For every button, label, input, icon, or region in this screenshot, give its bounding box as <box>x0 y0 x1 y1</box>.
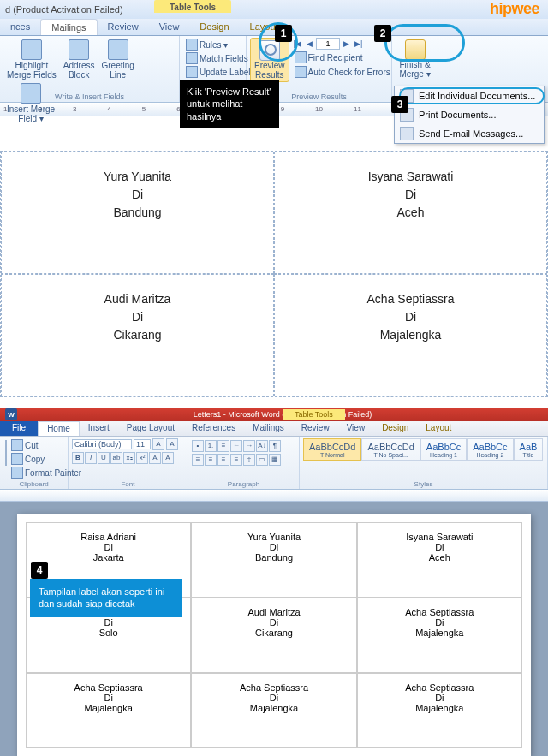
finish-merge-button[interactable]: Finish & Merge ▾ <box>396 38 433 80</box>
tab-nces[interactable]: nces <box>0 19 40 35</box>
grow-font-button[interactable]: A <box>152 438 164 450</box>
underline-button[interactable]: U <box>98 452 110 464</box>
superscript-button[interactable]: x² <box>136 452 148 464</box>
review-tab[interactable]: Review <box>293 421 338 436</box>
pagelayout-tab[interactable]: Page Layout <box>118 421 183 436</box>
style-tile[interactable]: AaBTitle <box>514 438 544 461</box>
autocheck-icon <box>295 66 307 78</box>
auto-check-errors-button[interactable]: Auto Check for Errors <box>292 65 393 79</box>
mailings-tab[interactable]: Mailings <box>244 421 293 436</box>
font-select[interactable]: Calibri (Body) <box>72 439 132 449</box>
document-background: Raisa AdrianiDiJakartaYura YuanitaDiBand… <box>0 502 548 756</box>
view-tab[interactable]: View <box>338 421 374 436</box>
table-tools-tag-bottom: Table Tools <box>283 409 345 420</box>
style-label: T Normal <box>309 452 355 458</box>
outdent-button[interactable]: ← <box>230 440 242 452</box>
indent-button[interactable]: → <box>243 440 255 452</box>
send-email-messages-item[interactable]: Send E-mail Messages... <box>395 124 544 143</box>
bold-button[interactable]: B <box>72 452 84 464</box>
label-at: Di <box>195 693 352 703</box>
rules-icon <box>186 39 198 51</box>
tab-review[interactable]: Review <box>98 19 149 35</box>
insert-merge-field-button[interactable]: Insert Merge Field ▾ <box>3 81 58 125</box>
style-tile[interactable]: AaBbCcHeading 2 <box>467 438 513 461</box>
label-at: Di <box>30 542 187 552</box>
label-name: Acha Septiassra <box>361 682 518 693</box>
home-tab[interactable]: Home <box>38 421 80 436</box>
subscript-button[interactable]: x₂ <box>123 452 135 464</box>
print-documents-item[interactable]: Print Documents... <box>395 105 544 124</box>
label-cell: Acha SeptiassraDiMajalengka <box>357 673 522 748</box>
align-center-button[interactable]: ≡ <box>205 454 217 466</box>
label-city: Majalengka <box>195 703 352 713</box>
label-at: Di <box>361 542 518 552</box>
label-at: Di <box>10 186 265 204</box>
page: Raisa AdrianiDiJakartaYura YuanitaDiBand… <box>17 514 531 756</box>
design-tab[interactable]: Design <box>373 421 417 436</box>
line-spacing-button[interactable]: ‡ <box>243 454 255 466</box>
label-cell: Acha SeptiassraDiMajalengka <box>26 673 191 748</box>
style-sample: AaBbCc <box>426 442 461 452</box>
italic-button[interactable]: I <box>85 452 97 464</box>
tab-mailings[interactable]: Mailings <box>40 19 97 35</box>
font-size-select[interactable]: 11 <box>134 439 151 449</box>
record-number-input[interactable] <box>316 38 340 50</box>
label-at: Di <box>283 308 538 326</box>
label-name: Acha Septiassra <box>361 607 518 617</box>
last-record-button[interactable]: ▶| <box>353 39 364 48</box>
shading-button[interactable]: ▭ <box>256 454 268 466</box>
strike-button[interactable]: ab <box>110 452 122 464</box>
next-record-button[interactable]: ▶ <box>342 39 351 48</box>
shrink-font-button[interactable]: A <box>166 438 178 450</box>
greeting-line-button[interactable]: Greeting Line <box>98 38 138 81</box>
label-cell: Acha SeptiassraDiMajalengka <box>191 673 356 748</box>
first-record-button[interactable]: |◀ <box>292 39 303 48</box>
find-recipient-button[interactable]: Find Recipient <box>292 51 393 64</box>
style-tile[interactable]: AaBbCcDdT Normal <box>303 438 361 461</box>
style-tile[interactable]: AaBbCcHeading 1 <box>420 438 467 461</box>
label-at: Di <box>195 617 352 628</box>
update-labels-button[interactable]: Update Label <box>183 65 253 79</box>
style-tile[interactable]: AaBbCcDdT No Spaci... <box>361 438 420 461</box>
group-font: Font <box>68 480 188 488</box>
marker-1: 1 <box>275 25 292 42</box>
tab-view[interactable]: View <box>149 19 190 35</box>
match-fields-button[interactable]: Match Fields <box>183 51 251 65</box>
style-sample: AaBbCcDd <box>367 442 414 452</box>
highlight-merge-fields-button[interactable]: Highlight Merge Fields <box>3 38 60 81</box>
show-marks-button[interactable]: ¶ <box>269 440 281 452</box>
group-clipboard: Clipboard <box>0 480 68 488</box>
font-color-button[interactable]: A <box>162 452 174 464</box>
ruler-mark: 5 <box>142 105 146 113</box>
align-right-button[interactable]: ≡ <box>217 454 229 466</box>
rules-button[interactable]: Rules ▾ <box>183 38 230 51</box>
label-name: Audi Maritza <box>10 290 265 308</box>
match-icon <box>186 52 198 64</box>
insert-tab[interactable]: Insert <box>80 421 118 436</box>
style-sample: AaBbCc <box>473 442 507 452</box>
fmt-icon <box>11 467 23 479</box>
paste-button[interactable] <box>5 440 7 466</box>
align-left-button[interactable]: ≡ <box>192 454 204 466</box>
label-city: Jakarta <box>30 552 187 563</box>
bullets-button[interactable]: • <box>192 440 204 452</box>
preview-results-button[interactable]: Preview Results <box>250 38 289 82</box>
edit-individual-documents-item[interactable]: Edit Individual Documents... <box>395 86 544 105</box>
layout-tab[interactable]: Layout <box>417 421 460 436</box>
justify-button[interactable]: ≡ <box>230 454 242 466</box>
label-cell: Isyana SarawatiDiAceh <box>357 522 522 598</box>
multilevel-button[interactable]: ≡ <box>217 440 229 452</box>
label-name: Raisa Adriani <box>30 532 187 542</box>
highlight-button[interactable]: A <box>149 452 161 464</box>
file-tab[interactable]: File <box>0 421 38 436</box>
prev-record-button[interactable]: ◀ <box>305 39 314 48</box>
tab-design[interactable]: Design <box>189 19 239 35</box>
borders-button[interactable]: ▦ <box>269 454 281 466</box>
references-tab[interactable]: References <box>183 421 244 436</box>
address-block-button[interactable]: Address Block <box>60 38 98 81</box>
address-icon <box>68 39 89 60</box>
label-cell: Isyana SarawatiDiAceh <box>274 152 547 274</box>
numbering-button[interactable]: 1. <box>205 440 217 452</box>
preview-icon <box>259 40 280 61</box>
sort-button[interactable]: A↓ <box>256 440 268 452</box>
